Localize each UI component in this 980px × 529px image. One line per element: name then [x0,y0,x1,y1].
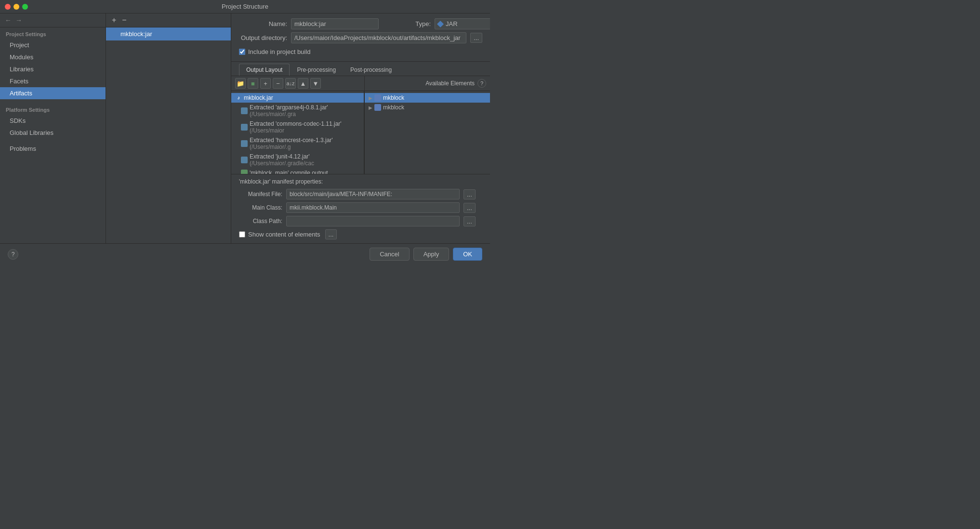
sidebar-item-libraries[interactable]: Libraries [0,63,106,75]
output-dir-label: Output directory: [239,34,287,41]
extracted-icon-1 [241,107,248,114]
remove-artifact-button[interactable]: − [120,15,128,25]
tree-section: 📁 ■ + − a↓z ▲ ▼ J mkblock.jar [231,76,365,174]
main-class-row: Main Class: ... [239,202,482,213]
tree-toolbar: 📁 ■ + − a↓z ▲ ▼ [231,76,364,91]
tree-item-hamcrest[interactable]: Extracted 'hamcrest-core-1.3.jar' (/User… [231,135,364,152]
jar-icon: J [235,94,242,101]
sort-tree-btn[interactable]: a↓z [285,78,296,89]
content-body: 📁 ■ + − a↓z ▲ ▼ J mkblock.jar [231,76,490,243]
project-structure-window: Project Structure ← → Project Settings P… [0,0,490,264]
back-arrow[interactable]: ← [5,16,12,24]
add-tree-btn[interactable]: + [260,78,271,89]
available-elements-tree: ▶ mkblock ▶ mkblock [365,91,490,174]
platform-settings-header: Platform Settings [0,103,106,115]
module-tree-btn[interactable]: ■ [248,78,258,89]
down-tree-btn[interactable]: ▼ [310,78,321,89]
artifact-panel: + − mkblock:jar [106,13,231,243]
output-dir-browse-button[interactable]: ... [470,33,482,43]
avail-item-mkblock-2[interactable]: ▶ mkblock [365,103,490,112]
close-button[interactable] [5,4,11,10]
project-settings-header: Project Settings [0,27,106,39]
tree-item-mkblock-jar[interactable]: J mkblock.jar [231,93,364,103]
artifact-toolbar: + − [106,13,231,27]
manifest-section: 'mkblock.jar' manifest properties: Manif… [231,174,490,243]
include-in-build-row: Include in project build [239,46,482,57]
extracted-icon-4 [241,157,248,163]
name-label: Name: [239,20,287,27]
sidebar-item-sdks[interactable]: SDKs [0,115,106,127]
include-in-build-checkbox[interactable] [239,49,245,55]
sidebar: ← → Project Settings Project Modules Lib… [0,13,106,243]
tab-post-processing[interactable]: Post-processing [343,64,399,76]
content-area: 📁 ■ + − a↓z ▲ ▼ J mkblock.jar [231,76,490,174]
name-input[interactable] [291,18,379,29]
available-elements-help-button[interactable]: ? [477,79,486,88]
folder-tree-btn[interactable]: 📁 [235,78,246,89]
artifact-item-label: mkblock:jar [120,30,152,38]
name-row: Name: Type: JAR ▼ [239,18,482,29]
cancel-button[interactable]: Cancel [370,248,409,261]
nav-arrows: ← → [0,13,106,27]
output-dir-row: Output directory: ... [239,32,482,43]
show-content-label: Show content of elements [248,231,320,238]
main-content: ← → Project Settings Project Modules Lib… [0,13,490,243]
avail-module-icon-1 [374,94,381,101]
tree-item-commons-codec[interactable]: Extracted 'commons-codec-1.11.jar' (/Use… [231,119,364,135]
show-content-browse-button[interactable]: ... [325,229,337,239]
show-content-checkbox[interactable] [239,231,245,238]
titlebar: Project Structure [0,0,490,13]
avail-item-mkblock-1[interactable]: ▶ mkblock [365,93,490,103]
help-button[interactable]: ? [8,249,18,260]
type-selector[interactable]: JAR ▼ [435,18,490,29]
right-panel: Name: Type: JAR ▼ Output directory: ... [231,13,490,243]
class-path-browse-button[interactable]: ... [464,216,476,226]
type-label: Type: [383,20,431,27]
extracted-icon-2 [241,124,248,131]
class-path-row: Class Path: ... [239,216,482,226]
extracted-icon-3 [241,140,248,147]
manifest-file-row: Manifest File: ... [239,189,482,199]
available-elements-header: Available Elements ? [365,76,490,91]
manifest-file-browse-button[interactable]: ... [464,189,476,199]
avail-module-icon-2 [374,104,381,111]
artifact-list-item[interactable]: mkblock:jar [106,27,231,40]
available-elements-label: Available Elements [425,80,475,87]
sidebar-item-artifacts[interactable]: Artifacts [0,87,106,99]
manifest-file-input[interactable] [286,189,460,199]
maximize-button[interactable] [22,4,28,10]
sidebar-item-project[interactable]: Project [0,39,106,51]
compile-icon [241,170,248,174]
available-elements-panel: Available Elements ? ▶ mkblock ▶ [365,76,490,174]
sidebar-item-global-libraries[interactable]: Global Libraries [0,127,106,139]
main-class-browse-button[interactable]: ... [464,203,476,213]
main-class-input[interactable] [286,202,460,213]
artifact-icon [111,30,119,38]
apply-button[interactable]: Apply [413,248,450,261]
avail-arrow-1: ▶ [369,95,372,101]
tree-item-argparse4j[interactable]: Extracted 'argparse4j-0.8.1.jar' (/Users… [231,103,364,119]
sidebar-separator [0,99,106,103]
artifact-tree: J mkblock.jar Extracted 'argparse4j-0.8.… [231,91,364,174]
output-dir-input[interactable] [291,32,466,43]
sidebar-item-facets[interactable]: Facets [0,75,106,87]
window-title: Project Structure [222,3,268,10]
tab-output-layout[interactable]: Output Layout [239,64,290,76]
forward-arrow[interactable]: → [15,16,22,24]
type-icon [437,20,444,27]
minimize-button[interactable] [13,4,19,10]
tree-item-junit[interactable]: Extracted 'junit-4.12.jar' (/Users/maior… [231,152,364,168]
class-path-input[interactable] [286,216,460,226]
tab-pre-processing[interactable]: Pre-processing [290,64,343,76]
include-in-build-label: Include in project build [248,48,310,55]
footer-left: ? [8,249,366,260]
tabs-bar: Output Layout Pre-processing Post-proces… [231,62,490,76]
sidebar-item-problems[interactable]: Problems [0,143,106,155]
remove-tree-btn[interactable]: − [273,78,283,89]
sidebar-item-modules[interactable]: Modules [0,51,106,63]
add-artifact-button[interactable]: + [110,15,118,25]
ok-button[interactable]: OK [453,248,482,261]
tree-item-compile-output[interactable]: 'mkblock_main' compile output [231,168,364,174]
manifest-title: 'mkblock.jar' manifest properties: [239,178,482,185]
up-tree-btn[interactable]: ▲ [298,78,308,89]
